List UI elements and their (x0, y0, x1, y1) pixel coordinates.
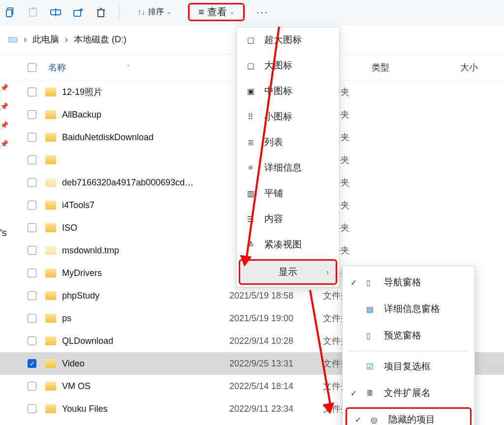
view-mode-icon: ≣ (246, 138, 255, 147)
pin-icon: 📌 (0, 140, 12, 148)
view-mode-icon: ▢ (246, 61, 255, 70)
scrollbar-horizontal[interactable] (485, 366, 504, 372)
sort-button[interactable]: ↑↓ 排序 ⌄ (132, 5, 176, 19)
folder-icon (45, 359, 56, 368)
sort-label: 排序 (148, 7, 164, 17)
view-label: 查看 (207, 5, 227, 19)
check-icon: ✓ (350, 278, 359, 287)
row-checkbox[interactable] (28, 110, 36, 119)
chevron-down-icon: ⌄ (230, 9, 234, 15)
show-submenu-item[interactable]: ▯预览窗格 (343, 322, 474, 349)
submenu-icon: 🗎 (366, 389, 377, 397)
show-submenu-item-label: 预览窗格 (384, 329, 421, 342)
show-submenu-item[interactable]: ☑项目复选框 (343, 353, 474, 380)
view-menu-item-label: 小图标 (264, 110, 292, 123)
row-checkbox[interactable] (28, 269, 36, 277)
file-name: deb7166320a4917ab000693cd… (62, 178, 229, 188)
toolbar: ↑↓ 排序 ⌄ ≡ 查看 ⌄ ··· (0, 0, 504, 25)
folder-icon (45, 110, 56, 119)
rename-icon[interactable] (50, 7, 61, 18)
show-submenu-item-label: 文件扩展名 (384, 387, 431, 399)
file-name: msdownld.tmp (62, 245, 229, 256)
view-menu-item[interactable]: ≡详细信息 (237, 155, 339, 181)
show-submenu-item[interactable]: ▤详细信息窗格 (343, 296, 474, 322)
row-checkbox[interactable]: ✓ (28, 359, 36, 368)
view-menu-item[interactable]: ▢超大图标 (237, 27, 339, 53)
pin-icon: 📌 (0, 102, 12, 110)
view-menu-item[interactable]: ≛紧凑视图 (237, 232, 339, 257)
row-checkbox[interactable] (28, 133, 36, 142)
view-menu-item-label: 大图标 (264, 59, 292, 72)
show-submenu-item-label: 详细信息窗格 (384, 303, 440, 315)
more-button[interactable]: ··· (256, 6, 269, 18)
show-submenu: ✓▯导航窗格▤详细信息窗格▯预览窗格☑项目复选框✓🗎文件扩展名✓◎隐藏的项目 (342, 266, 475, 425)
folder-icon (45, 291, 56, 300)
folder-icon (45, 382, 56, 391)
submenu-icon: ☑ (366, 362, 377, 371)
sort-caret-icon: ˄ (127, 64, 130, 71)
row-checkbox[interactable] (28, 201, 36, 210)
row-checkbox[interactable] (28, 155, 36, 164)
row-checkbox[interactable] (28, 223, 36, 232)
file-date: 2021/5/19 19:00 (229, 313, 323, 324)
copy-icon[interactable] (5, 7, 16, 18)
svg-rect-2 (30, 8, 36, 16)
view-button[interactable]: ≡ 查看 ⌄ (188, 3, 245, 21)
view-menu-show-item[interactable]: 显示› (239, 259, 337, 285)
view-menu-show-label: 显示 (279, 266, 297, 278)
view-menu-item[interactable]: ▣中图标 (237, 78, 339, 104)
svg-rect-7 (98, 10, 104, 17)
row-checkbox[interactable] (28, 178, 36, 187)
svg-rect-3 (32, 7, 34, 9)
column-size[interactable]: 大小 (460, 61, 478, 73)
select-all-checkbox[interactable] (28, 63, 36, 72)
view-menu-item[interactable]: ▢大图标 (237, 53, 339, 78)
column-type[interactable]: 类型 (372, 61, 460, 73)
file-name: i4Tools7 (62, 200, 229, 211)
breadcrumb-drive[interactable]: 本地磁盘 (D:) (74, 33, 126, 45)
column-name[interactable]: 名称 ˄ (48, 61, 245, 73)
view-menu-item[interactable]: ⠿小图标 (237, 104, 339, 129)
chevron-right-icon: › (24, 34, 27, 45)
file-name: QLDownload (62, 336, 229, 346)
show-submenu-item[interactable]: ✓🗎文件扩展名 (343, 380, 474, 406)
row-checkbox[interactable] (28, 314, 36, 323)
folder-icon (45, 336, 56, 345)
show-submenu-item[interactable]: ✓▯导航窗格 (343, 269, 474, 296)
drive-icon (8, 35, 18, 43)
show-submenu-item-label: 导航窗格 (384, 276, 421, 289)
submenu-icon: ▯ (366, 331, 377, 340)
submenu-icon: ▤ (366, 304, 377, 314)
file-name: BaiduNetdiskDownload (62, 132, 229, 143)
pin-icon: 📌 (0, 121, 12, 129)
row-checkbox[interactable] (28, 246, 36, 255)
paste-icon[interactable] (28, 7, 38, 18)
row-checkbox[interactable] (28, 404, 36, 413)
check-icon: ✓ (350, 389, 359, 398)
show-submenu-item-label: 项目复选框 (384, 360, 431, 373)
svg-rect-10 (8, 37, 17, 42)
delete-icon[interactable] (95, 7, 106, 18)
show-submenu-item[interactable]: ✓◎隐藏的项目 (346, 407, 472, 425)
view-menu-item-label: 列表 (264, 136, 283, 149)
file-name: MyDrivers (62, 268, 229, 278)
file-name: VM OS (62, 381, 229, 392)
folder-icon (45, 178, 56, 187)
view-menu-item[interactable]: ☰内容 (237, 206, 339, 232)
row-checkbox[interactable] (28, 336, 36, 345)
row-checkbox[interactable] (28, 88, 36, 96)
column-name-label: 名称 (48, 62, 66, 72)
folder-icon (45, 155, 56, 164)
share-icon[interactable] (73, 7, 84, 18)
view-lines-icon: ≡ (198, 6, 204, 18)
row-checkbox[interactable] (28, 291, 36, 300)
view-mode-icon: ≛ (246, 240, 255, 249)
view-mode-icon: ▢ (246, 35, 255, 45)
row-checkbox[interactable] (28, 382, 36, 391)
folder-icon (45, 201, 56, 210)
file-name: phpStudy (62, 291, 229, 301)
view-menu-item[interactable]: ▥平铺 (237, 181, 339, 206)
breadcrumb-root[interactable]: 此电脑 (32, 33, 59, 45)
view-menu-item[interactable]: ≣列表 (237, 129, 339, 155)
file-name: Youku Files (62, 404, 229, 414)
